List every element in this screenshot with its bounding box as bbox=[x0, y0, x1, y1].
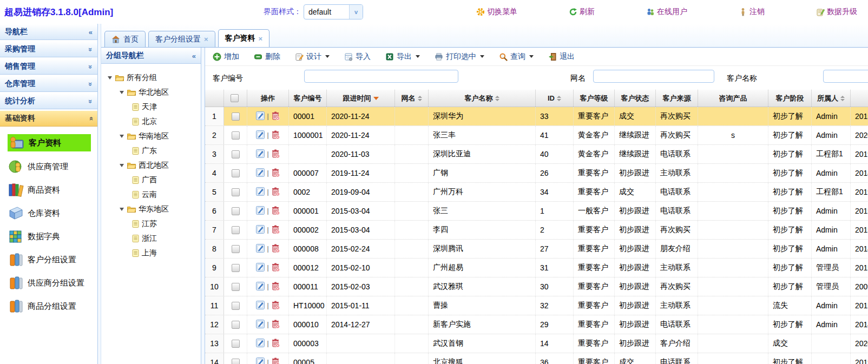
tree-node-上海[interactable]: 上海 bbox=[104, 246, 201, 260]
sidebar-item-商品分组设置[interactable]: 商品分组设置 bbox=[8, 298, 97, 314]
edit-button[interactable] bbox=[255, 338, 265, 349]
tree-expander-icon[interactable] bbox=[108, 76, 112, 80]
accordion-panel-采购管理[interactable]: 采购管理 » bbox=[0, 41, 97, 57]
tree-node-天津[interactable]: 天津 bbox=[104, 100, 201, 114]
edit-button[interactable] bbox=[255, 243, 265, 255]
table-row[interactable]: 4|0000072019-11-24广钢26重要客户初步跟进主动联系初步了解Ad… bbox=[205, 164, 868, 183]
top-action-upgrade[interactable]: 数据升级 bbox=[816, 7, 857, 17]
toolbar-button-打印选中[interactable]: 打印选中 bbox=[435, 52, 484, 62]
nav-sidebar-header[interactable]: 导航栏 « bbox=[0, 24, 97, 40]
column-header-source[interactable]: 客户来源 bbox=[656, 90, 698, 107]
row-checkbox[interactable] bbox=[232, 245, 240, 253]
search-input-网名[interactable] bbox=[593, 70, 714, 83]
tree-node-广西[interactable]: 广西 bbox=[104, 173, 201, 187]
search-input-客户名称[interactable] bbox=[823, 70, 868, 83]
accordion-panel-销售管理[interactable]: 销售管理 » bbox=[0, 58, 97, 75]
collapse-left-icon[interactable]: « bbox=[192, 52, 196, 60]
tree-expander-icon[interactable] bbox=[120, 135, 124, 138]
edit-button[interactable] bbox=[255, 187, 265, 198]
delete-button[interactable] bbox=[271, 338, 280, 349]
select-all-checkbox[interactable] bbox=[231, 94, 239, 102]
tree-node-华东地区[interactable]: 华东地区 bbox=[104, 202, 201, 216]
tree-node-浙江[interactable]: 浙江 bbox=[104, 231, 201, 246]
table-row[interactable]: 13|000003武汉首钢14重要客户初步跟进客户介绍成交2020 bbox=[205, 334, 868, 353]
accordion-panel-基础资料[interactable]: 基础资料 » bbox=[0, 110, 97, 127]
edit-button[interactable] bbox=[255, 224, 265, 236]
column-header-rownum[interactable] bbox=[205, 90, 224, 107]
edit-button[interactable] bbox=[255, 281, 265, 293]
row-checkbox[interactable] bbox=[232, 340, 240, 348]
close-icon[interactable]: × bbox=[259, 35, 263, 43]
tree-expander-icon[interactable] bbox=[120, 164, 124, 167]
column-header-level[interactable]: 客户等级 bbox=[574, 90, 615, 107]
edit-button[interactable] bbox=[255, 130, 265, 141]
toolbar-button-删除[interactable]: 删除 bbox=[254, 52, 280, 62]
sidebar-item-客户分组设置[interactable]: 客户分组设置 bbox=[8, 252, 97, 268]
row-checkbox[interactable] bbox=[232, 169, 240, 177]
accordion-panel-统计分析[interactable]: 统计分析 » bbox=[0, 93, 97, 109]
delete-button[interactable] bbox=[271, 130, 280, 141]
row-checkbox[interactable] bbox=[232, 131, 240, 140]
style-select[interactable]: default v bbox=[304, 4, 363, 19]
table-row[interactable]: 5|00022019-09-04广州万科34重要客户成交电话联系初步了解工程部1… bbox=[205, 183, 868, 202]
delete-button[interactable] bbox=[271, 149, 280, 160]
top-action-gear[interactable]: 切换菜单 bbox=[476, 7, 517, 17]
delete-button[interactable] bbox=[271, 319, 280, 330]
table-row[interactable]: 9|0000122015-02-10广州超易31重要客户初步跟进主动联系初步了解… bbox=[205, 259, 868, 277]
column-header-check[interactable] bbox=[224, 90, 247, 107]
row-checkbox[interactable] bbox=[232, 207, 240, 215]
table-row[interactable]: 10|0000112015-02-03武汉雅琪30重要客户初步跟进再次购买初步了… bbox=[205, 277, 868, 296]
table-row[interactable]: 2|10000012020-11-24张三丰41黄金客户继续跟进再次购买s初步了… bbox=[205, 126, 868, 145]
row-checkbox[interactable] bbox=[232, 188, 240, 196]
top-action-users[interactable]: 在线用户 bbox=[646, 7, 687, 17]
delete-button[interactable] bbox=[271, 243, 280, 255]
delete-button[interactable] bbox=[271, 168, 280, 179]
edit-button[interactable] bbox=[255, 206, 265, 217]
toolbar-button-查询[interactable]: 查询 bbox=[499, 52, 534, 62]
sidebar-item-供应商分组设置[interactable]: 供应商分组设置 bbox=[8, 275, 97, 291]
column-header-ops[interactable]: 操作 bbox=[247, 90, 289, 107]
tab-首页[interactable]: 首页 bbox=[104, 31, 146, 47]
table-row[interactable]: 3|2020-11-03深圳比亚迪40黄金客户继续跟进电话联系初步了解工程部12… bbox=[205, 145, 868, 164]
group-splitter[interactable] bbox=[201, 48, 205, 364]
column-header-owner[interactable]: 所属人 bbox=[812, 90, 851, 107]
sidebar-item-客户资料[interactable]: 客户资料 bbox=[8, 134, 91, 151]
tree-node-华北地区[interactable]: 华北地区 bbox=[104, 85, 201, 100]
edit-button[interactable] bbox=[255, 149, 265, 160]
table-row[interactable]: 14|00005北京搜狐36重要客户成交电话联系初步了解2019 bbox=[205, 353, 868, 364]
table-row[interactable]: 8|0000082015-02-24深圳腾讯27重要客户初步跟进朋友介绍初步了解… bbox=[205, 240, 868, 259]
tree-node-华南地区[interactable]: 华南地区 bbox=[104, 129, 201, 143]
delete-button[interactable] bbox=[271, 281, 280, 293]
edit-button[interactable] bbox=[255, 262, 265, 274]
delete-button[interactable] bbox=[271, 111, 280, 122]
row-checkbox[interactable] bbox=[232, 112, 240, 121]
top-action-refresh[interactable]: 刷新 bbox=[569, 7, 595, 17]
accordion-panel-仓库管理[interactable]: 仓库管理 » bbox=[0, 76, 97, 92]
table-row[interactable]: 7|0000022015-03-04李四2重要客户初步跟进再次购买初步了解Adm… bbox=[205, 221, 868, 240]
table-row[interactable]: 11|HT100002015-01-11曹操32重要客户初步跟进主动联系流失Ad… bbox=[205, 296, 868, 315]
row-checkbox[interactable] bbox=[232, 264, 240, 272]
sidebar-item-仓库资料[interactable]: 仓库资料 bbox=[8, 205, 97, 221]
tree-node-北京[interactable]: 北京 bbox=[104, 114, 201, 129]
column-header-product[interactable]: 咨询产品 bbox=[698, 90, 768, 107]
tree-node-广东[interactable]: 广东 bbox=[104, 143, 201, 158]
column-header-name[interactable]: 客户名称 bbox=[429, 90, 536, 107]
edit-button[interactable] bbox=[255, 357, 265, 364]
table-row[interactable]: 12|0000102014-12-27新客户实施29重要客户初步跟进电话联系初步… bbox=[205, 315, 868, 334]
edit-button[interactable] bbox=[255, 111, 265, 122]
edit-button[interactable] bbox=[255, 319, 265, 330]
delete-button[interactable] bbox=[271, 206, 280, 217]
edit-button[interactable] bbox=[255, 300, 265, 312]
group-panel-header[interactable]: 分组导航栏 « bbox=[101, 48, 201, 64]
toolbar-button-退出[interactable]: 退出 bbox=[548, 52, 575, 62]
nav-splitter[interactable] bbox=[97, 24, 101, 364]
tree-node-云南[interactable]: 云南 bbox=[104, 187, 201, 202]
row-checkbox[interactable] bbox=[232, 302, 240, 310]
tree-node-江苏[interactable]: 江苏 bbox=[104, 216, 201, 231]
tab-客户资料[interactable]: 客户资料 × bbox=[218, 29, 270, 47]
delete-button[interactable] bbox=[271, 224, 280, 236]
tree-node-所有分组[interactable]: 所有分组 bbox=[104, 70, 201, 85]
edit-button[interactable] bbox=[255, 168, 265, 179]
tree-node-西北地区[interactable]: 西北地区 bbox=[104, 158, 201, 173]
column-header-follow_date[interactable]: 跟进时间 bbox=[327, 90, 395, 107]
